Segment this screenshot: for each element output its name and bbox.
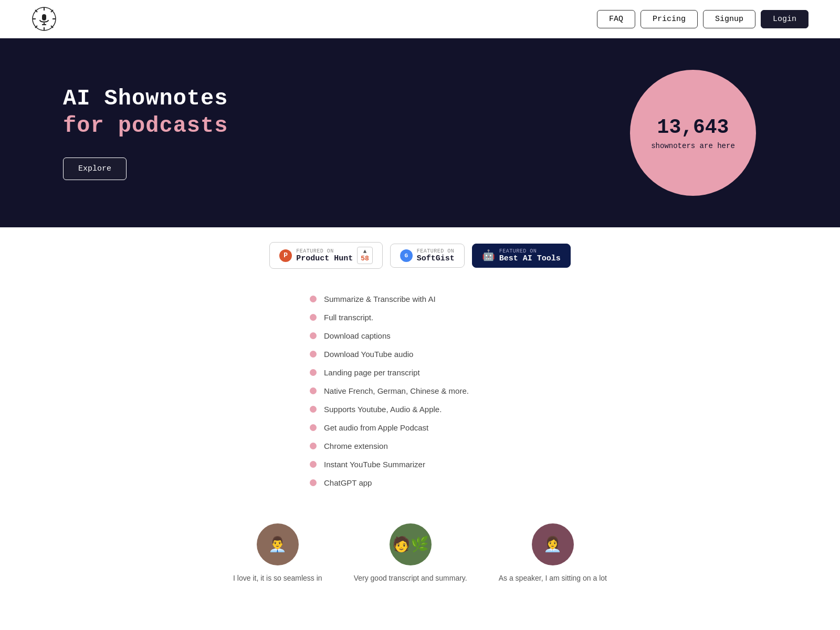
feature-dot: [310, 332, 317, 339]
ph-arrow: ▲: [363, 248, 367, 255]
stats-circle: 13,643 shownoters are here: [630, 70, 756, 196]
feature-dot: [310, 314, 317, 321]
logo-icon: [32, 6, 57, 32]
navbar: FAQ Pricing Signup Login: [0, 0, 840, 38]
avatar: 👩‍💼: [532, 523, 574, 565]
sg-featured-main: SoftGist: [417, 254, 455, 263]
feature-item: Native French, German, Chinese & more.: [310, 382, 530, 400]
feature-dot: [310, 296, 317, 302]
login-button[interactable]: Login: [761, 10, 808, 28]
badges-section: P FEATURED ON Product Hunt ▲ 58 G FEATUR…: [0, 227, 840, 279]
sg-icon: G: [400, 249, 413, 262]
avatar: 👨‍💼: [257, 523, 299, 565]
feature-item: Full transcript.: [310, 308, 530, 327]
testimonial-text: As a speaker, I am sitting on a lot: [499, 573, 607, 584]
circle-text: shownoters are here: [651, 142, 735, 150]
feature-item: Get audio from Apple Podcast: [310, 418, 530, 437]
testimonial-text: I love it, it is so seamless in: [233, 573, 322, 584]
feature-item: Chrome extension: [310, 437, 530, 455]
feature-text: Supports Youtube, Audio & Apple.: [324, 405, 442, 414]
sg-featured-small: FEATURED ON: [417, 248, 455, 254]
ai-featured-small: FEATURED ON: [499, 248, 561, 254]
ph-icon: P: [279, 249, 292, 262]
features-section: Summarize & Transcribe with AI Full tran…: [0, 279, 840, 513]
avatar: 🧑‍🌿: [390, 523, 432, 565]
feature-text: Native French, German, Chinese & more.: [324, 386, 469, 395]
testimonial: 🧑‍🌿 Very good transcript and summary.: [354, 523, 467, 584]
feature-dot: [310, 387, 317, 394]
ai-featured-main: Best AI Tools: [499, 254, 561, 263]
feature-text: Landing page per transcript: [324, 368, 420, 377]
feature-item: ChatGPT app: [310, 474, 530, 492]
softgist-badge[interactable]: G FEATURED ON SoftGist: [390, 244, 465, 268]
feature-dot: [310, 479, 317, 486]
testimonial: 👨‍💼 I love it, it is so seamless in: [233, 523, 322, 584]
feature-dot: [310, 424, 317, 431]
feature-item: Instant YouTube Summarizer: [310, 455, 530, 474]
producthunt-badge[interactable]: P FEATURED ON Product Hunt ▲ 58: [269, 242, 383, 269]
ph-votes: ▲ 58: [357, 247, 373, 264]
feature-text: Chrome extension: [324, 442, 388, 450]
ph-featured-main: Product Hunt: [296, 254, 353, 263]
feature-text: ChatGPT app: [324, 478, 372, 487]
hero-title-line1: AI Shownotes: [63, 86, 228, 111]
ph-featured-small: FEATURED ON: [296, 248, 353, 254]
svg-rect-9: [42, 14, 46, 20]
feature-text: Instant YouTube Summarizer: [324, 460, 425, 469]
feature-text: Download YouTube audio: [324, 350, 413, 359]
signup-button[interactable]: Signup: [703, 10, 755, 28]
testimonial: 👩‍💼 As a speaker, I am sitting on a lot: [499, 523, 607, 584]
feature-dot: [310, 461, 317, 468]
feature-item: Summarize & Transcribe with AI: [310, 290, 530, 308]
feature-dot: [310, 443, 317, 449]
explore-button[interactable]: Explore: [63, 158, 127, 180]
feature-dot: [310, 369, 317, 376]
ph-label: FEATURED ON Product Hunt: [296, 248, 353, 263]
feature-item: Download YouTube audio: [310, 345, 530, 363]
feature-text: Get audio from Apple Podcast: [324, 423, 428, 432]
ai-icon: 🤖: [482, 249, 495, 262]
hero-section: AI Shownotes for podcasts Explore 13,643…: [0, 38, 840, 227]
nav-buttons: FAQ Pricing Signup Login: [597, 10, 808, 28]
testimonial-text: Very good transcript and summary.: [354, 573, 467, 584]
hero-left: AI Shownotes for podcasts Explore: [63, 86, 228, 180]
ph-votes-num: 58: [361, 255, 369, 262]
feature-text: Full transcript.: [324, 313, 373, 322]
ai-label: FEATURED ON Best AI Tools: [499, 248, 561, 263]
feature-item: Supports Youtube, Audio & Apple.: [310, 400, 530, 418]
hero-title-line2: for podcasts: [63, 113, 228, 139]
testimonials-section: 👨‍💼 I love it, it is so seamless in 🧑‍🌿 …: [0, 513, 840, 605]
feature-dot: [310, 351, 317, 358]
faq-button[interactable]: FAQ: [597, 10, 635, 28]
pricing-button[interactable]: Pricing: [640, 10, 698, 28]
sg-label: FEATURED ON SoftGist: [417, 248, 455, 263]
feature-dot: [310, 406, 317, 413]
feature-text: Summarize & Transcribe with AI: [324, 295, 436, 303]
bestaitools-badge[interactable]: 🤖 FEATURED ON Best AI Tools: [472, 244, 571, 268]
feature-text: Download captions: [324, 331, 391, 340]
logo-area: [32, 6, 57, 32]
feature-item: Landing page per transcript: [310, 363, 530, 382]
circle-number: 13,643: [657, 116, 729, 139]
feature-item: Download captions: [310, 327, 530, 345]
